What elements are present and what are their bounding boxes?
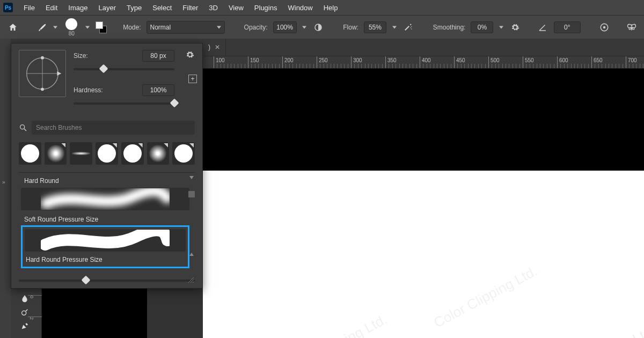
brush-stroke-preview[interactable] — [21, 188, 189, 210]
brush-preset-picker[interactable]: 80 — [65, 18, 77, 36]
opacity-pressure-toggle[interactable] — [312, 21, 324, 33]
size-field[interactable]: 80 px — [142, 50, 174, 62]
slider-thumb-icon[interactable] — [81, 276, 90, 285]
brush-list[interactable]: Hard Round Soft Round Pressure Size Hard… — [19, 172, 195, 273]
ruler-tick-label: 2 — [29, 317, 34, 320]
svg-point-11 — [41, 87, 44, 91]
foreground-background-swatch[interactable] — [96, 21, 107, 33]
home-button[interactable] — [6, 21, 19, 34]
hardness-field[interactable]: 100% — [142, 84, 174, 96]
add-brush-button[interactable]: + — [188, 75, 197, 83]
smoothing-chevron[interactable] — [499, 25, 504, 30]
blend-mode-value: Normal — [150, 24, 171, 31]
brush-angle-icon — [537, 21, 548, 33]
menu-help[interactable]: Help — [318, 1, 343, 15]
menu-3d[interactable]: 3D — [203, 1, 223, 15]
svg-line-14 — [24, 129, 26, 131]
menu-plugins[interactable]: Plugins — [249, 1, 283, 15]
size-value: 80 px — [150, 52, 166, 60]
ruler-tick-label: 150 — [250, 57, 259, 63]
brush-size-readout: 80 — [69, 31, 75, 36]
opacity-chevron[interactable] — [302, 25, 308, 30]
brush-tool-icon[interactable] — [37, 22, 47, 33]
size-pressure-toggle[interactable] — [598, 21, 610, 33]
canvas-pasteboard-lower[interactable] — [42, 289, 147, 338]
ruler-tick-label: 550 — [525, 57, 534, 63]
pressure-badge-icon — [138, 143, 143, 148]
smoothing-field[interactable]: 0% — [471, 21, 493, 33]
airbrush-toggle[interactable] — [402, 21, 414, 33]
menu-image[interactable]: Image — [63, 1, 93, 15]
menu-select[interactable]: Select — [147, 1, 177, 15]
ruler-tick-label: 600 — [559, 57, 568, 63]
svg-point-2 — [411, 26, 412, 27]
pressure-badge-icon — [113, 143, 117, 148]
menu-filter[interactable]: Filter — [177, 1, 203, 15]
brush-tip-dot-icon — [65, 18, 77, 30]
gear-icon — [186, 50, 194, 59]
scroll-down-icon[interactable] — [189, 249, 194, 256]
brush-list-item-selected[interactable]: Hard Round Pressure Size — [21, 225, 189, 268]
search-brushes-input[interactable] — [32, 121, 195, 135]
menu-view[interactable]: View — [223, 1, 249, 15]
brush-angle-field[interactable]: 0° — [554, 21, 581, 33]
thumbnail-size-slider[interactable] — [19, 280, 195, 282]
menu-edit[interactable]: Edit — [40, 1, 63, 15]
menu-type[interactable]: Type — [121, 1, 147, 15]
blend-mode-select[interactable]: Normal — [147, 21, 225, 34]
brush-tool-chevron[interactable] — [53, 25, 58, 30]
pressure-badge-icon — [164, 143, 168, 148]
pen-pressure-size-icon — [599, 23, 609, 32]
canvas-pasteboard[interactable] — [203, 69, 644, 171]
vertical-ruler: 0 2 — [28, 289, 42, 338]
slider-thumb-icon[interactable] — [170, 99, 179, 108]
home-icon — [8, 23, 18, 32]
view-mode-toggle[interactable] — [188, 191, 195, 197]
flow-field[interactable]: 55% — [364, 21, 386, 33]
brush-stroke-preview[interactable] — [25, 229, 186, 252]
canvas[interactable]: Color Clipping Ltd. Color Clipping Ltd. … — [203, 171, 644, 338]
brush-panel-options-button[interactable] — [185, 50, 195, 60]
close-icon[interactable]: ✕ — [215, 43, 220, 51]
smoothing-options-button[interactable] — [509, 21, 521, 33]
hardness-slider[interactable] — [74, 102, 174, 105]
svg-point-1 — [411, 27, 412, 28]
brush-thumb[interactable] — [121, 142, 144, 165]
brush-thumb[interactable] — [147, 142, 170, 165]
smoothing-label: Smoothing: — [433, 24, 466, 31]
size-label: Size: — [74, 52, 88, 60]
brush-angle-value: 0° — [564, 24, 570, 31]
slider-thumb-icon[interactable] — [99, 64, 108, 74]
hardness-value: 100% — [150, 86, 167, 94]
brush-tip-preview[interactable] — [19, 50, 66, 97]
document-tab[interactable]: ) ✕ — [203, 39, 226, 56]
butterfly-icon — [626, 23, 637, 32]
plus-icon: + — [191, 75, 194, 83]
tools-panel: » — [0, 39, 11, 338]
brush-thumb[interactable] — [96, 142, 118, 165]
brush-name: Soft Round Pressure Size — [21, 214, 189, 225]
menu-layer[interactable]: Layer — [93, 1, 122, 15]
ruler-tick-label: 250 — [319, 57, 328, 63]
menu-file[interactable]: File — [18, 1, 40, 15]
horizontal-ruler: 100150200250300350400450500550600650700 — [203, 56, 644, 69]
flow-chevron[interactable] — [392, 25, 397, 30]
brush-preset-chevron[interactable] — [85, 25, 90, 30]
watermark-text: Color Clipping Ltd. — [549, 322, 644, 338]
expand-tools-icon[interactable]: » — [2, 179, 5, 185]
flow-value: 55% — [369, 24, 382, 31]
ruler-tick-label: 100 — [216, 57, 225, 63]
opacity-field[interactable]: 100% — [273, 21, 297, 33]
brush-thumb[interactable] — [19, 142, 41, 165]
brush-thumb[interactable] — [45, 142, 67, 165]
watermark-text: Color Clipping Ltd. — [281, 311, 390, 338]
menu-window[interactable]: Window — [282, 1, 318, 15]
scroll-up-icon[interactable] — [189, 176, 194, 182]
symmetry-toggle[interactable] — [626, 21, 638, 33]
smoothing-value: 0% — [478, 24, 487, 31]
brush-thumb[interactable] — [70, 142, 92, 165]
ruler-tick-label: 350 — [387, 57, 397, 63]
size-slider[interactable] — [74, 68, 174, 70]
resize-grip-icon[interactable] — [187, 276, 194, 283]
brush-thumb[interactable] — [172, 142, 195, 165]
